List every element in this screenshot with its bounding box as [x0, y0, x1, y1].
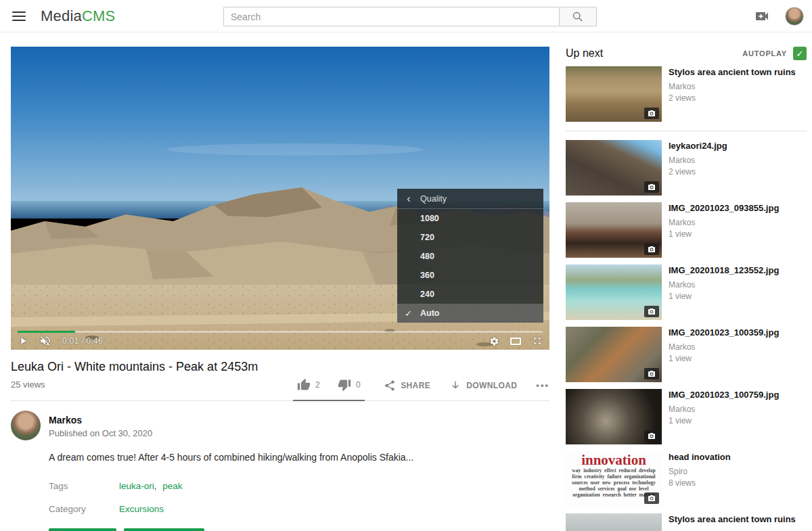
up-next-views: 2 views [669, 93, 796, 103]
search-icon [572, 11, 584, 23]
share-button[interactable]: SHARE [384, 379, 430, 400]
more-actions-button[interactable]: ••• [536, 380, 549, 398]
up-next-item[interactable]: Stylos area ancient town ruins Markos 2 … [566, 66, 807, 131]
user-avatar[interactable] [785, 7, 804, 26]
thumb-down-icon [338, 378, 351, 392]
logo[interactable]: MediaCMS [41, 7, 115, 25]
up-next-title[interactable]: Stylos area ancient town ruins [669, 67, 796, 78]
up-next-item[interactable]: IMG_20201023_100359.jpg Markos 1 view [566, 327, 807, 382]
image-type-badge [644, 108, 659, 119]
back-chevron-icon: ‹ [397, 193, 420, 204]
logo-media: Media [41, 7, 82, 24]
video-player[interactable]: ‹ Quality 1080720480360240✓Auto 0:01 / 0… [11, 47, 549, 350]
tag-link[interactable]: peak [162, 481, 182, 491]
more-icon: ••• [536, 380, 549, 390]
up-next-views: 1 view [669, 229, 779, 239]
video-title: Leuka Ori - White mountains - Peak at 24… [11, 360, 549, 374]
up-next-item[interactable]: IMG_20201023_100759.jpg Markos 1 view [566, 389, 807, 444]
delete-media-button[interactable]: DELETE MEDIA [124, 528, 204, 531]
video-description: A dream comes true! After 4-5 hours of c… [49, 452, 549, 463]
share-label: SHARE [401, 381, 430, 390]
check-icon: ✓ [796, 49, 804, 59]
share-icon [384, 379, 396, 392]
quality-option-720[interactable]: 720 [397, 228, 543, 247]
up-next-item[interactable]: leykaori24.jpg Markos 2 views [566, 140, 807, 195]
tags-values: leuka-ori, peak [119, 481, 183, 491]
quality-option-240[interactable]: 240 [397, 285, 543, 304]
up-next-thumbnail[interactable] [566, 66, 662, 122]
download-icon [449, 379, 461, 392]
fullscreen-button[interactable] [532, 336, 543, 346]
edit-media-button[interactable]: EDIT MEDIA [49, 528, 116, 531]
camera-icon [648, 494, 656, 503]
up-next-item[interactable]: innovationway industry effect reduced de… [566, 451, 807, 507]
category-row: Category Excursions [49, 504, 549, 514]
up-next-item[interactable]: IMG_20201023_093855.jpg Markos 1 view [566, 202, 807, 258]
up-next-author: Markos [669, 405, 779, 414]
up-next-thumbnail[interactable] [566, 513, 662, 531]
settings-button[interactable] [489, 336, 499, 346]
quality-option-1080[interactable]: 1080 [397, 209, 543, 228]
video-camera-plus-icon [754, 8, 770, 24]
up-next-title[interactable]: leykaori24.jpg [669, 141, 727, 152]
camera-icon [648, 246, 656, 254]
player-controls: 0:01 / 0:46 [18, 332, 543, 350]
up-next-thumbnail[interactable] [566, 327, 662, 382]
quality-option-480[interactable]: 480 [397, 247, 543, 266]
up-next-title[interactable]: head inovation [669, 452, 731, 463]
dislike-button[interactable]: 0 [338, 378, 361, 392]
download-label: DOWNLOAD [466, 381, 517, 390]
play-icon [18, 336, 28, 346]
search-bar [223, 7, 597, 26]
up-next-thumbnail[interactable] [566, 389, 662, 444]
search-button[interactable] [559, 7, 597, 26]
quality-menu-header[interactable]: ‹ Quality [397, 189, 543, 209]
up-next-sidebar: Up next AUTOPLAY ✓ Stylos area ancient t… [566, 47, 807, 531]
author-name[interactable]: Markos [49, 415, 152, 425]
play-button[interactable] [18, 336, 28, 346]
thumb-up-icon [297, 378, 311, 392]
up-next-author: Markos [669, 342, 779, 352]
meta-row: 25 views 2 0 SHARE [11, 378, 549, 401]
up-next-author: Spiro [669, 467, 731, 476]
theater-mode-button[interactable] [510, 338, 521, 345]
autoplay-checkbox[interactable]: ✓ [793, 47, 807, 60]
up-next-title[interactable]: IMG_20201018_123552.jpg [669, 265, 779, 276]
theater-mode-icon [510, 338, 521, 345]
quality-option-auto[interactable]: ✓Auto [397, 304, 543, 323]
up-next-item[interactable]: IMG_20201018_123552.jpg Markos 1 view [566, 264, 807, 320]
up-next-thumbnail[interactable] [566, 264, 662, 320]
up-next-title[interactable]: Stylos area ancient town ruins [669, 514, 796, 525]
image-type-badge [644, 430, 659, 442]
upload-media-button[interactable] [754, 8, 770, 24]
up-next-title[interactable]: IMG_20201023_093855.jpg [669, 203, 779, 214]
quality-menu-items: 1080720480360240✓Auto [397, 209, 543, 323]
up-next-thumbnail[interactable]: innovationway industry effect reduced de… [566, 451, 662, 507]
search-input[interactable] [223, 7, 559, 26]
mute-button[interactable] [39, 335, 51, 347]
up-next-thumbnail[interactable] [566, 202, 662, 258]
up-next-thumbnail[interactable] [566, 140, 662, 195]
rating-group: 2 0 [293, 378, 365, 401]
tags-row: Tags leuka-ori, peak [49, 481, 549, 491]
menu-icon[interactable] [12, 11, 26, 21]
up-next-item[interactable]: Stylos area ancient town ruins [566, 513, 807, 531]
up-next-author: Markos [669, 280, 779, 290]
download-button[interactable]: DOWNLOAD [449, 379, 517, 400]
tag-link[interactable]: leuka-ori [119, 481, 154, 491]
camera-icon [648, 432, 656, 440]
camera-icon [648, 110, 656, 118]
author-row: Markos Published on Oct 30, 2020 [11, 411, 549, 440]
autoplay-label: AUTOPLAY [742, 49, 787, 57]
tag-separator: , [154, 481, 160, 491]
image-type-badge [644, 181, 659, 193]
up-next-title[interactable]: IMG_20201023_100759.jpg [669, 390, 779, 400]
top-bar: MediaCMS [0, 0, 812, 32]
image-type-badge [644, 368, 659, 379]
up-next-title[interactable]: IMG_20201023_100359.jpg [669, 327, 779, 338]
author-avatar[interactable] [11, 411, 41, 440]
category-link[interactable]: Excursions [119, 504, 164, 514]
like-button[interactable]: 2 [297, 378, 320, 392]
quality-option-360[interactable]: 360 [397, 266, 543, 285]
camera-icon [648, 183, 656, 191]
